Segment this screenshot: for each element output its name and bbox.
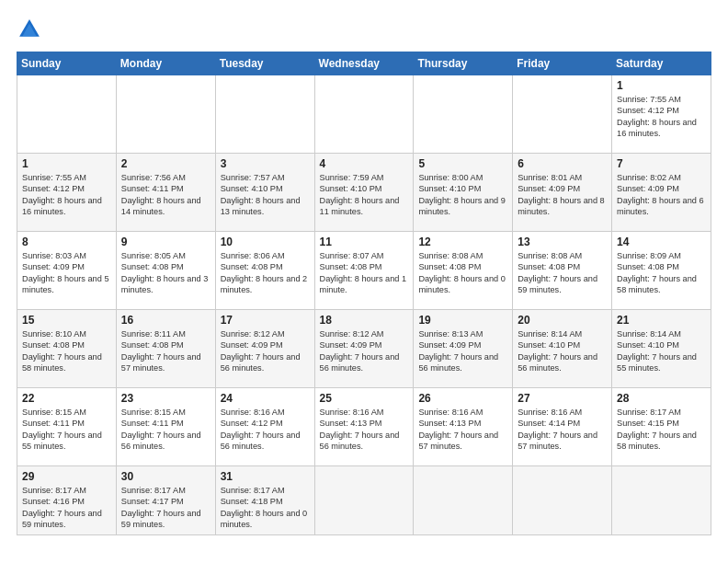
calendar-week-0: 1Sunrise: 7:55 AMSunset: 4:12 PMDaylight… bbox=[17, 75, 711, 154]
cell-content: Sunrise: 8:11 AMSunset: 4:08 PMDaylight:… bbox=[121, 328, 210, 374]
cell-content: Sunrise: 8:01 AMSunset: 4:09 PMDaylight:… bbox=[518, 172, 607, 218]
calendar-table: SundayMondayTuesdayWednesdayThursdayFrid… bbox=[17, 52, 711, 535]
cell-content: Sunrise: 8:17 AMSunset: 4:17 PMDaylight:… bbox=[121, 485, 210, 531]
calendar-cell bbox=[314, 75, 414, 154]
day-number: 22 bbox=[22, 392, 111, 405]
day-number: 19 bbox=[418, 314, 507, 327]
calendar-week-3: 15Sunrise: 8:10 AMSunset: 4:08 PMDayligh… bbox=[17, 310, 711, 388]
cell-content: Sunrise: 8:08 AMSunset: 4:08 PMDaylight:… bbox=[418, 250, 507, 296]
cell-content: Sunrise: 8:17 AMSunset: 4:16 PMDaylight:… bbox=[22, 485, 111, 531]
cell-content: Sunrise: 8:17 AMSunset: 4:15 PMDaylight:… bbox=[617, 407, 706, 453]
calendar-cell: 27Sunrise: 8:16 AMSunset: 4:14 PMDayligh… bbox=[513, 388, 612, 466]
day-number: 16 bbox=[121, 314, 210, 327]
day-number: 27 bbox=[518, 392, 607, 405]
calendar-cell: 28Sunrise: 8:17 AMSunset: 4:15 PMDayligh… bbox=[612, 388, 711, 466]
calendar-week-1: 1Sunrise: 7:55 AMSunset: 4:12 PMDaylight… bbox=[17, 154, 711, 232]
calendar-week-2: 8Sunrise: 8:03 AMSunset: 4:09 PMDaylight… bbox=[17, 232, 711, 310]
calendar-cell: 1Sunrise: 7:55 AMSunset: 4:12 PMDaylight… bbox=[17, 154, 117, 232]
cell-content: Sunrise: 8:12 AMSunset: 4:09 PMDaylight:… bbox=[221, 328, 310, 374]
cell-content: Sunrise: 8:09 AMSunset: 4:08 PMDaylight:… bbox=[617, 250, 706, 296]
day-number: 3 bbox=[221, 157, 310, 170]
day-number: 7 bbox=[617, 157, 706, 170]
calendar-cell: 22Sunrise: 8:15 AMSunset: 4:11 PMDayligh… bbox=[17, 388, 117, 466]
calendar-cell: 15Sunrise: 8:10 AMSunset: 4:08 PMDayligh… bbox=[17, 310, 117, 388]
calendar-cell: 19Sunrise: 8:13 AMSunset: 4:09 PMDayligh… bbox=[414, 310, 513, 388]
calendar-cell: 7Sunrise: 8:02 AMSunset: 4:09 PMDaylight… bbox=[612, 154, 711, 232]
calendar-cell: 20Sunrise: 8:14 AMSunset: 4:10 PMDayligh… bbox=[513, 310, 612, 388]
day-number: 30 bbox=[121, 470, 210, 483]
calendar-cell: 30Sunrise: 8:17 AMSunset: 4:17 PMDayligh… bbox=[116, 466, 215, 535]
day-number: 18 bbox=[320, 314, 409, 327]
day-number: 5 bbox=[418, 157, 507, 170]
calendar-cell: 29Sunrise: 8:17 AMSunset: 4:16 PMDayligh… bbox=[17, 466, 117, 535]
day-header-tuesday: Tuesday bbox=[215, 52, 314, 75]
day-number: 15 bbox=[22, 314, 111, 327]
calendar-cell: 18Sunrise: 8:12 AMSunset: 4:09 PMDayligh… bbox=[314, 310, 414, 388]
day-number: 25 bbox=[320, 392, 409, 405]
day-header-saturday: Saturday bbox=[612, 52, 711, 75]
calendar-cell: 10Sunrise: 8:06 AMSunset: 4:08 PMDayligh… bbox=[215, 232, 314, 310]
day-number: 29 bbox=[22, 470, 111, 483]
day-number: 11 bbox=[320, 236, 409, 248]
calendar-cell bbox=[314, 466, 414, 535]
logo bbox=[17, 17, 46, 42]
cell-content: Sunrise: 8:00 AMSunset: 4:10 PMDaylight:… bbox=[418, 172, 507, 218]
cell-content: Sunrise: 8:14 AMSunset: 4:10 PMDaylight:… bbox=[518, 328, 607, 374]
calendar-cell: 13Sunrise: 8:08 AMSunset: 4:08 PMDayligh… bbox=[513, 232, 612, 310]
day-number: 8 bbox=[22, 236, 111, 248]
day-number: 24 bbox=[221, 392, 310, 405]
day-header-friday: Friday bbox=[513, 52, 612, 75]
day-number: 10 bbox=[221, 236, 310, 248]
cell-content: Sunrise: 7:59 AMSunset: 4:10 PMDaylight:… bbox=[320, 172, 409, 218]
calendar-cell: 26Sunrise: 8:16 AMSunset: 4:13 PMDayligh… bbox=[414, 388, 513, 466]
day-number: 1 bbox=[617, 79, 706, 92]
calendar-cell bbox=[513, 466, 612, 535]
calendar-cell: 16Sunrise: 8:11 AMSunset: 4:08 PMDayligh… bbox=[116, 310, 215, 388]
cell-content: Sunrise: 8:06 AMSunset: 4:08 PMDaylight:… bbox=[221, 250, 310, 296]
day-number: 23 bbox=[121, 392, 210, 405]
cell-content: Sunrise: 8:16 AMSunset: 4:12 PMDaylight:… bbox=[221, 407, 310, 453]
cell-content: Sunrise: 8:03 AMSunset: 4:09 PMDaylight:… bbox=[22, 250, 111, 296]
calendar-cell: 25Sunrise: 8:16 AMSunset: 4:13 PMDayligh… bbox=[314, 388, 414, 466]
calendar-header-row: SundayMondayTuesdayWednesdayThursdayFrid… bbox=[17, 52, 711, 75]
cell-content: Sunrise: 7:55 AMSunset: 4:12 PMDaylight:… bbox=[22, 172, 111, 218]
day-number: 1 bbox=[22, 157, 111, 170]
calendar-cell: 8Sunrise: 8:03 AMSunset: 4:09 PMDaylight… bbox=[17, 232, 117, 310]
calendar-cell bbox=[414, 466, 513, 535]
calendar-cell: 23Sunrise: 8:15 AMSunset: 4:11 PMDayligh… bbox=[116, 388, 215, 466]
cell-content: Sunrise: 8:02 AMSunset: 4:09 PMDaylight:… bbox=[617, 172, 706, 218]
cell-content: Sunrise: 8:12 AMSunset: 4:09 PMDaylight:… bbox=[320, 328, 409, 374]
calendar-cell: 4Sunrise: 7:59 AMSunset: 4:10 PMDaylight… bbox=[314, 154, 414, 232]
calendar-cell: 2Sunrise: 7:56 AMSunset: 4:11 PMDaylight… bbox=[116, 154, 215, 232]
day-number: 4 bbox=[320, 157, 409, 170]
day-number: 2 bbox=[121, 157, 210, 170]
calendar-cell: 12Sunrise: 8:08 AMSunset: 4:08 PMDayligh… bbox=[414, 232, 513, 310]
cell-content: Sunrise: 8:05 AMSunset: 4:08 PMDaylight:… bbox=[121, 250, 210, 296]
cell-content: Sunrise: 8:14 AMSunset: 4:10 PMDaylight:… bbox=[617, 328, 706, 374]
cell-content: Sunrise: 8:07 AMSunset: 4:08 PMDaylight:… bbox=[320, 250, 409, 296]
cell-content: Sunrise: 8:13 AMSunset: 4:09 PMDaylight:… bbox=[418, 328, 507, 374]
day-number: 14 bbox=[617, 236, 706, 248]
calendar-cell: 14Sunrise: 8:09 AMSunset: 4:08 PMDayligh… bbox=[612, 232, 711, 310]
cell-content: Sunrise: 8:16 AMSunset: 4:13 PMDaylight:… bbox=[418, 407, 507, 453]
cell-content: Sunrise: 8:10 AMSunset: 4:08 PMDaylight:… bbox=[22, 328, 111, 374]
cell-content: Sunrise: 8:17 AMSunset: 4:18 PMDaylight:… bbox=[221, 485, 310, 531]
calendar-cell: 21Sunrise: 8:14 AMSunset: 4:10 PMDayligh… bbox=[612, 310, 711, 388]
calendar-cell: 1Sunrise: 7:55 AMSunset: 4:12 PMDaylight… bbox=[612, 75, 711, 154]
calendar-cell: 6Sunrise: 8:01 AMSunset: 4:09 PMDaylight… bbox=[513, 154, 612, 232]
cell-content: Sunrise: 8:16 AMSunset: 4:13 PMDaylight:… bbox=[320, 407, 409, 453]
cell-content: Sunrise: 7:56 AMSunset: 4:11 PMDaylight:… bbox=[121, 172, 210, 218]
day-number: 6 bbox=[518, 157, 607, 170]
cell-content: Sunrise: 8:16 AMSunset: 4:14 PMDaylight:… bbox=[518, 407, 607, 453]
calendar-week-4: 22Sunrise: 8:15 AMSunset: 4:11 PMDayligh… bbox=[17, 388, 711, 466]
calendar-page: SundayMondayTuesdayWednesdayThursdayFrid… bbox=[0, 0, 728, 563]
cell-content: Sunrise: 8:15 AMSunset: 4:11 PMDaylight:… bbox=[22, 407, 111, 453]
calendar-cell bbox=[116, 75, 215, 154]
day-number: 9 bbox=[121, 236, 210, 248]
calendar-cell bbox=[513, 75, 612, 154]
cell-content: Sunrise: 7:55 AMSunset: 4:12 PMDaylight:… bbox=[617, 94, 706, 140]
day-header-sunday: Sunday bbox=[17, 52, 117, 75]
day-header-monday: Monday bbox=[116, 52, 215, 75]
cell-content: Sunrise: 8:08 AMSunset: 4:08 PMDaylight:… bbox=[518, 250, 607, 296]
cell-content: Sunrise: 7:57 AMSunset: 4:10 PMDaylight:… bbox=[221, 172, 310, 218]
